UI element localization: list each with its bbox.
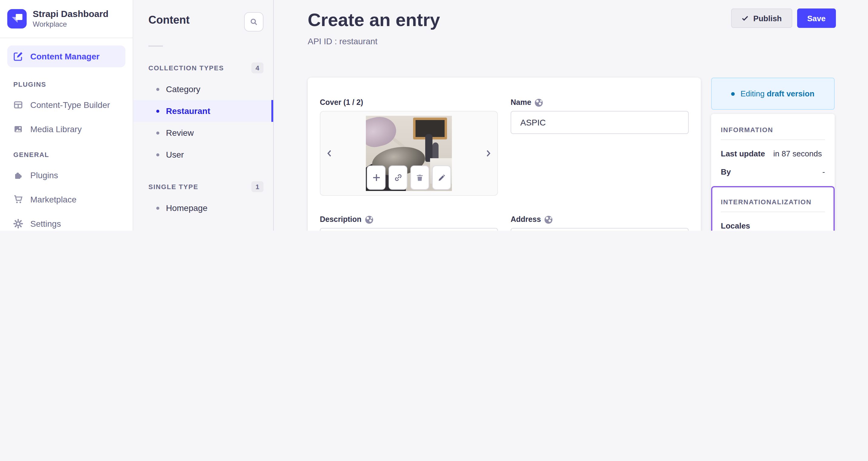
search-button[interactable] (244, 12, 264, 31)
photo-bottle (425, 134, 433, 162)
bullet-icon (156, 131, 159, 134)
address-input[interactable] (510, 228, 689, 231)
brand-name: Strapi Dashboard (33, 8, 108, 20)
by-row: By - (721, 167, 825, 176)
subnav-item-restaurant[interactable]: Restaurant (133, 100, 273, 122)
sidebar-section-plugins: PLUGINS (13, 81, 119, 88)
workspace-switcher[interactable]: Strapi Dashboard Workplace (0, 0, 133, 37)
information-section: INFORMATION Last update in 87 seconds By… (711, 114, 835, 186)
globe-icon (365, 215, 373, 223)
subnav-item-label: User (166, 150, 184, 160)
entry-side-panel: Editing draft version INFORMATION Last u… (711, 78, 835, 231)
information-title: INFORMATION (721, 126, 825, 140)
subnav-item-homepage[interactable]: Homepage (133, 197, 273, 219)
subnav-item-review[interactable]: Review (133, 122, 273, 144)
edit-asset-button[interactable] (432, 166, 451, 190)
copy-link-button[interactable] (389, 166, 407, 190)
add-asset-button[interactable] (367, 166, 385, 190)
content-manager-icon (13, 52, 23, 61)
collection-types-header: COLLECTION TYPES 4 (148, 62, 264, 73)
last-update-value: in 87 seconds (773, 149, 822, 158)
cart-icon (13, 195, 23, 204)
bullet-icon (156, 206, 159, 209)
subnav-item-label: Homepage (166, 203, 208, 213)
search-icon (250, 18, 258, 26)
cover-label: Cover (1 / 2) (320, 98, 498, 107)
content-subnav: Content COLLECTION TYPES 4 Category Rest… (133, 0, 274, 231)
last-update-label: Last update (721, 149, 765, 158)
locales-label: Locales (721, 221, 825, 230)
subnav-item-label: Category (166, 84, 200, 94)
save-button[interactable]: Save (797, 8, 836, 28)
plus-icon (372, 173, 380, 182)
sidebar-item-label: Content-Type Builder (30, 100, 110, 110)
sidebar-item-label: Marketplace (30, 195, 76, 204)
bullet-icon (156, 109, 159, 112)
cover-actions (367, 166, 451, 190)
last-update-row: Last update in 87 seconds (721, 149, 825, 158)
strapi-logo-icon (7, 9, 27, 28)
subnav-divider (148, 46, 163, 47)
by-label: By (721, 167, 731, 176)
bullet-icon (156, 88, 159, 91)
photo-hand (366, 116, 399, 150)
collection-count-badge: 4 (251, 62, 264, 73)
draft-status-text: Editing draft version (741, 89, 814, 98)
header-actions: Publish Save (731, 8, 836, 28)
publish-label: Publish (753, 13, 782, 23)
layout-icon (13, 100, 23, 110)
sidebar-nav: Content Manager PLUGINS Content-Type Bui… (0, 38, 133, 231)
sidebar-item-content-type-builder[interactable]: Content-Type Builder (7, 93, 125, 117)
workspace-name: Workplace (33, 20, 108, 28)
subnav-header: Content (133, 0, 273, 31)
delete-asset-button[interactable] (410, 166, 429, 190)
media-icon (13, 124, 23, 134)
main-sidebar: Strapi Dashboard Workplace Content Manag… (0, 0, 133, 231)
sidebar-item-label: Settings (30, 219, 61, 229)
group-title: SINGLE TYPE (148, 183, 198, 190)
subnav-item-category[interactable]: Category (133, 78, 273, 100)
sidebar-item-marketplace[interactable]: Marketplace (7, 187, 125, 211)
publish-button[interactable]: Publish (731, 8, 792, 28)
carousel-next-button[interactable] (485, 149, 492, 158)
link-icon (394, 173, 402, 182)
api-id-subtitle: API ID : restaurant (308, 36, 836, 46)
globe-icon (535, 98, 543, 106)
globe-icon (545, 215, 552, 223)
trash-icon (416, 174, 424, 181)
address-label: Address (510, 215, 689, 224)
subnav-title: Content (148, 12, 190, 28)
sidebar-item-label: Content Manager (30, 52, 100, 61)
check-icon (741, 15, 748, 22)
field-label-text: Name (510, 98, 531, 107)
cover-field: Cover (1 / 2) (320, 98, 498, 196)
sidebar-item-media-library[interactable]: Media Library (7, 117, 125, 141)
puzzle-icon (13, 170, 23, 180)
internationalization-title: INTERNATIONALIZATION (721, 198, 825, 212)
name-input[interactable] (510, 111, 689, 134)
subnav-item-label: Review (166, 128, 194, 138)
entry-content-row: Cover (1 / 2) (308, 78, 836, 231)
cover-carousel (320, 111, 498, 196)
carousel-prev-button[interactable] (326, 149, 333, 158)
save-label: Save (807, 13, 826, 23)
single-type-count-badge: 1 (251, 181, 264, 192)
draft-status-banner: Editing draft version (711, 78, 835, 110)
sidebar-item-label: Plugins (30, 170, 58, 180)
single-type-header: SINGLE TYPE 1 (148, 181, 264, 192)
subnav-item-user[interactable]: User (133, 144, 273, 166)
description-textarea[interactable]: ASPIC est un restaurant parisien situé a… (320, 228, 498, 231)
sidebar-section-general: GENERAL (13, 151, 119, 158)
brand-text: Strapi Dashboard Workplace (33, 8, 108, 28)
sidebar-item-content-manager[interactable]: Content Manager (7, 46, 125, 67)
internationalization-section: INTERNATIONALIZATION Locales French Fill… (711, 186, 835, 231)
sidebar-item-settings[interactable]: Settings (7, 211, 125, 231)
name-field: Name (510, 98, 689, 196)
sidebar-item-label: Media Library (30, 124, 82, 134)
chevron-left-icon (326, 149, 333, 158)
information-card: INFORMATION Last update in 87 seconds By… (711, 114, 835, 231)
by-value: - (822, 167, 825, 176)
sidebar-item-plugins[interactable]: Plugins (7, 163, 125, 187)
description-label: Description (320, 215, 498, 224)
main-content: Create an entry API ID : restaurant Publ… (274, 0, 868, 231)
